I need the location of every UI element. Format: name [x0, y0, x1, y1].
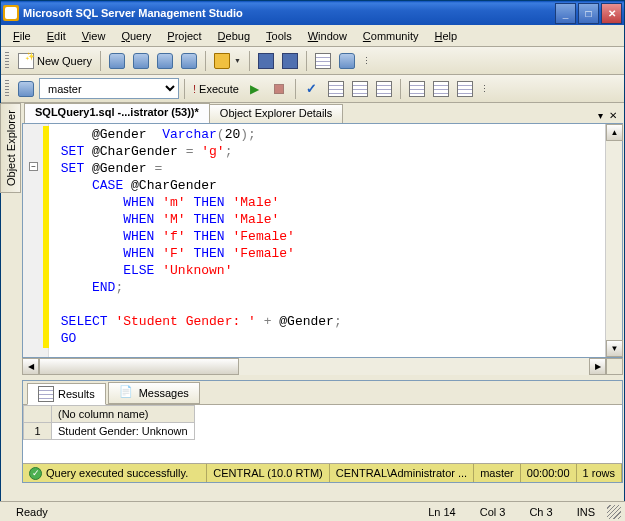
tab-close-button[interactable]: ✕	[607, 108, 619, 123]
db-icon	[133, 53, 149, 69]
results-grid[interactable]: (No column name) 1 Student Gender: Unkno…	[23, 405, 622, 463]
menu-view[interactable]: View	[74, 28, 114, 44]
main-area: SQLQuery1.sql -...istrator (53))* Object…	[22, 103, 623, 483]
engine-query-button[interactable]	[106, 50, 128, 72]
menu-debug[interactable]: Debug	[210, 28, 258, 44]
query-status-strip: ✓ Query executed successfully. CENTRAL (…	[23, 463, 622, 482]
success-icon: ✓	[29, 467, 42, 480]
tab-object-explorer-details[interactable]: Object Explorer Details	[209, 104, 344, 123]
status-ready: Ready	[4, 506, 60, 518]
maximize-button[interactable]: □	[578, 3, 599, 24]
menu-project[interactable]: Project	[159, 28, 209, 44]
status-database: master	[474, 464, 521, 482]
editor-margin: −	[23, 124, 49, 357]
display-plan-button[interactable]	[325, 78, 347, 100]
editor-text[interactable]: @Gender Varchar(20); SET @CharGender = '…	[49, 124, 605, 357]
menu-window[interactable]: Window	[300, 28, 355, 44]
app-icon	[3, 5, 19, 21]
code-editor[interactable]: − @Gender Varchar(20); SET @CharGender =…	[22, 123, 623, 358]
toolbar-grip[interactable]	[5, 80, 9, 98]
save-all-icon	[282, 53, 298, 69]
toolbar-overflow[interactable]: ⋮	[478, 84, 491, 94]
database-combo[interactable]: master	[39, 78, 179, 99]
db-icon	[157, 53, 173, 69]
results-pane: Results 📄 Messages (No column name) 1 St…	[22, 380, 623, 483]
horizontal-scrollbar[interactable]: ◀ ▶	[22, 358, 623, 375]
execute-button[interactable]: ! Execute	[190, 78, 242, 100]
status-col: Col 3	[468, 506, 518, 518]
tab-list-button[interactable]: ▾	[596, 108, 605, 123]
scroll-left-icon[interactable]: ◀	[22, 358, 39, 375]
fold-button[interactable]: −	[29, 162, 38, 171]
parse-button[interactable]: ✓	[301, 78, 323, 100]
intellisense-button[interactable]	[373, 78, 395, 100]
row-header-corner	[24, 406, 52, 423]
activity-icon	[315, 53, 331, 69]
save-button[interactable]	[255, 50, 277, 72]
menu-community[interactable]: Community	[355, 28, 427, 44]
intellisense-icon	[376, 81, 392, 97]
menu-bar: FileEditViewQueryProjectDebugToolsWindow…	[1, 25, 624, 47]
vertical-scrollbar[interactable]: ▲ ▼	[605, 124, 622, 357]
include-stats-button[interactable]	[430, 78, 452, 100]
db-icon	[181, 53, 197, 69]
toolbar-grip[interactable]	[5, 52, 9, 70]
execute-label: Execute	[199, 83, 239, 95]
connection-icon	[18, 81, 34, 97]
cancel-button[interactable]	[268, 78, 290, 100]
table-row[interactable]: 1 Student Gender: Unknown	[24, 423, 195, 440]
dmx-query-button[interactable]	[154, 50, 176, 72]
check-icon: ✓	[306, 81, 317, 96]
include-plan-icon	[409, 81, 425, 97]
status-bar: Ready Ln 14 Col 3 Ch 3 INS	[0, 501, 625, 521]
scroll-thumb[interactable]	[39, 358, 239, 375]
status-ins: INS	[565, 506, 607, 518]
status-rows: 1 rows	[577, 464, 622, 482]
scroll-right-icon[interactable]: ▶	[589, 358, 606, 375]
query-options-button[interactable]	[349, 78, 371, 100]
menu-help[interactable]: Help	[427, 28, 466, 44]
open-button[interactable]: ▼	[211, 50, 244, 72]
resize-grip[interactable]	[607, 505, 621, 519]
activity-monitor-button[interactable]	[312, 50, 334, 72]
mdx-query-button[interactable]	[130, 50, 152, 72]
status-server: CENTRAL (10.0 RTM)	[207, 464, 329, 482]
tab-messages[interactable]: 📄 Messages	[108, 382, 200, 404]
debug-button[interactable]: ▶	[244, 78, 266, 100]
scroll-down-icon[interactable]: ▼	[606, 340, 623, 357]
options-icon	[352, 81, 368, 97]
scroll-up-icon[interactable]: ▲	[606, 124, 623, 141]
results-tabs: Results 📄 Messages	[23, 381, 622, 405]
sql-editor-toolbar: master ! Execute ▶ ✓ ⋮	[1, 75, 624, 103]
change-connection-button[interactable]	[15, 78, 37, 100]
results-to-icon	[457, 81, 473, 97]
tab-sqlquery1[interactable]: SQLQuery1.sql -...istrator (53))*	[24, 103, 210, 123]
menu-tools[interactable]: Tools	[258, 28, 300, 44]
status-elapsed: 00:00:00	[521, 464, 577, 482]
include-plan-button[interactable]	[406, 78, 428, 100]
results-icon	[38, 386, 54, 402]
new-query-button[interactable]: New Query	[15, 50, 95, 72]
xmla-query-button[interactable]	[178, 50, 200, 72]
open-icon	[214, 53, 230, 69]
execute-icon: !	[193, 83, 196, 95]
stats-icon	[433, 81, 449, 97]
menu-query[interactable]: Query	[113, 28, 159, 44]
column-header[interactable]: (No column name)	[52, 406, 195, 423]
toolbar-overflow[interactable]: ⋮	[360, 56, 373, 66]
status-ch: Ch 3	[517, 506, 564, 518]
standard-toolbar: New Query ▼ ⋮	[1, 47, 624, 75]
cell-value[interactable]: Student Gender: Unknown	[52, 423, 195, 440]
minimize-button[interactable]: _	[555, 3, 576, 24]
save-icon	[258, 53, 274, 69]
registered-servers-button[interactable]	[336, 50, 358, 72]
tab-results[interactable]: Results	[27, 383, 106, 405]
close-button[interactable]: ✕	[601, 3, 622, 24]
object-explorer-tab[interactable]: Object Explorer	[0, 103, 21, 193]
menu-file[interactable]: File	[5, 28, 39, 44]
results-to-button[interactable]	[454, 78, 476, 100]
window-title: Microsoft SQL Server Management Studio	[23, 7, 555, 19]
title-bar: Microsoft SQL Server Management Studio _…	[1, 1, 624, 25]
menu-edit[interactable]: Edit	[39, 28, 74, 44]
save-all-button[interactable]	[279, 50, 301, 72]
